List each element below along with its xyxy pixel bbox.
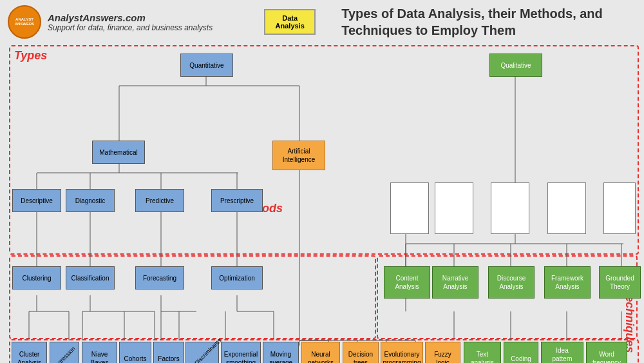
qual-box-3 <box>491 182 529 234</box>
qualitative-node: Qualitative <box>489 54 542 77</box>
linear-discriminants-node: Linear Discriminants <box>185 342 219 363</box>
regression-node: Regression <box>50 342 79 363</box>
text-analysis-node: Text analysis <box>464 342 501 363</box>
region-methods <box>9 255 376 339</box>
qual-box-2 <box>435 182 473 234</box>
factors-node: Factors <box>153 342 184 363</box>
site-name: AnalystAnswers.com <box>48 12 213 23</box>
fuzzy-logic-node: Fuzzy logic <box>425 342 460 363</box>
main-title: Types of Data Analysis, their Methods, a… <box>341 5 603 39</box>
framework-analysis-node: Framework Analysis <box>544 266 591 299</box>
narrative-analysis-node: Narrative Analysis <box>432 266 478 299</box>
data-analysis-box: Data Analysis <box>264 9 316 35</box>
diagnostic-node: Diagnostic <box>66 189 115 212</box>
predictive-node: Predictive <box>135 189 184 212</box>
classification-node: Classification <box>66 266 115 289</box>
ai-node: Artificial Intelligence <box>272 141 325 170</box>
idea-pattern-analysis-node: Idea pattern analysis <box>541 342 583 363</box>
decision-trees-node: Decision trees <box>343 342 379 363</box>
header-info: AnalystAnswers.com Support for data, fin… <box>48 12 213 32</box>
grounded-theory-node: Grounded Theory <box>599 266 641 299</box>
cluster-analysis-node: Cluster Analysis <box>12 342 47 363</box>
optimization-node: Optimization <box>211 266 263 289</box>
diagram-area: Types Methods Techniques <box>6 44 638 360</box>
discourse-analysis-node: Discourse Analysis <box>488 266 535 299</box>
header: ANALYST ANSWERS AnalystAnswers.com Suppo… <box>0 0 644 44</box>
logo: ANALYST ANSWERS <box>8 5 41 39</box>
qual-box-5 <box>603 182 636 234</box>
neural-networks-node: Neural networks <box>301 342 340 363</box>
evolutionary-programming-node: Evolutionary programming <box>381 342 423 363</box>
qual-box-4 <box>547 182 586 234</box>
coding-node: Coding <box>504 342 538 363</box>
tagline: Support for data, finance, and business … <box>48 23 213 32</box>
moving-average-node: Moving average <box>263 342 299 363</box>
logo-text: ANALYST <box>15 17 33 22</box>
prescriptive-node: Prescriptive <box>211 189 263 212</box>
descriptive-node: Descriptive <box>12 189 61 212</box>
word-frequency-node: Word frequency <box>586 342 627 363</box>
quantitative-node: Quantitative <box>180 54 233 77</box>
qual-box-1 <box>390 182 429 234</box>
exponential-smoothing-node: Exponential smoothing <box>221 342 261 363</box>
cohorts-node: Cohorts <box>119 342 151 363</box>
naive-bayes-node: Niave Bayes <box>82 342 117 363</box>
logo-text-2: ANSWERS <box>15 22 35 26</box>
clustering-node: Clustering <box>12 266 61 289</box>
mathematical-node: Mathematical <box>92 141 145 164</box>
content-analysis-node: Content Analysis <box>384 266 430 299</box>
forecasting-node: Forecasting <box>135 266 184 289</box>
types-label: Types <box>14 49 47 63</box>
